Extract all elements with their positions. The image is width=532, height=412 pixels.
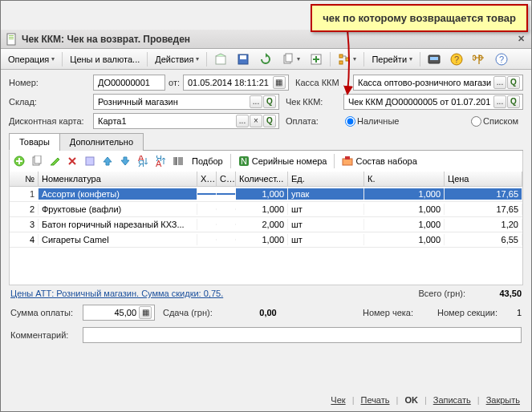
disc-card-field[interactable]: ...×Q bbox=[93, 113, 279, 129]
sum-label: Сумма оплаты: bbox=[10, 308, 83, 317]
table-row[interactable]: 1Ассорти (конфеты)1,000упак1,00017,65 bbox=[10, 187, 522, 202]
tb-terminal-icon[interactable] bbox=[424, 50, 445, 68]
svg-rect-21 bbox=[35, 156, 41, 164]
window-title: Чек ККМ: Чек на возврат. Проведен bbox=[22, 34, 514, 45]
actions-menu[interactable]: Действия bbox=[151, 50, 203, 68]
tb-save-icon[interactable] bbox=[233, 50, 254, 68]
col-u[interactable]: Ед. bbox=[288, 172, 364, 186]
comment-line: Комментарий: bbox=[9, 324, 523, 346]
svg-rect-30 bbox=[345, 156, 350, 160]
grid-body[interactable]: 1Ассорти (конфеты)1,000упак1,00017,652Фр… bbox=[10, 187, 522, 285]
set-content-button[interactable]: Состав набора bbox=[338, 153, 420, 169]
col-q[interactable]: Количест... bbox=[236, 172, 288, 186]
main-toolbar: Операция Цены и валюта... Действия Перей… bbox=[1, 49, 531, 70]
sum-field[interactable]: ▦ bbox=[83, 305, 155, 321]
totals-line: Цены АТТ: Розничный магазин. Сумма скидк… bbox=[9, 285, 523, 301]
calendar-button[interactable]: ▦ bbox=[273, 76, 286, 89]
col-nom[interactable]: Номенклатура bbox=[39, 172, 197, 186]
tb-help-icon[interactable]: ? bbox=[446, 50, 467, 68]
callout: чек по которому возвращается товар bbox=[311, 4, 528, 32]
barcode-icon[interactable] bbox=[170, 153, 186, 169]
close-action[interactable]: Закрыть bbox=[483, 394, 523, 406]
tb-basedon-icon[interactable] bbox=[306, 50, 327, 68]
serials-button[interactable]: NСерийные номера bbox=[234, 153, 331, 169]
select-goods-button[interactable]: Подбор bbox=[188, 153, 227, 169]
prices-button[interactable]: Цены и валюта... bbox=[66, 50, 144, 68]
tab-extra[interactable]: Дополнительно bbox=[59, 133, 144, 151]
total-label: Всего (грн): bbox=[419, 289, 466, 298]
titlebar: Чек ККМ: Чек на возврат. Проведен ✕ bbox=[1, 30, 531, 49]
cheque-action[interactable]: Чек bbox=[327, 394, 348, 406]
move-down-icon[interactable] bbox=[117, 153, 133, 169]
kassa-kkm-field[interactable]: ...Q bbox=[353, 75, 523, 91]
total-value: 43,50 bbox=[465, 289, 522, 298]
table-row[interactable]: 4Сигареты Camel1,000шт1,0006,55 bbox=[10, 232, 522, 248]
tab-goods[interactable]: Товары bbox=[9, 133, 60, 151]
tb-copy-icon[interactable] bbox=[278, 50, 304, 68]
col-k[interactable]: К. bbox=[364, 172, 445, 186]
close-button[interactable]: ✕ bbox=[514, 32, 528, 46]
tabs: Товары Дополнительно bbox=[9, 132, 523, 151]
date-field[interactable]: ▦ bbox=[183, 75, 289, 91]
tb-scale-icon[interactable] bbox=[469, 50, 489, 68]
number-field[interactable] bbox=[93, 75, 165, 91]
select-button[interactable]: ... bbox=[493, 76, 506, 89]
edit-row-icon[interactable] bbox=[47, 153, 63, 169]
operation-menu[interactable]: Операция bbox=[4, 50, 59, 68]
add-row-icon[interactable] bbox=[11, 153, 27, 169]
svg-rect-29 bbox=[343, 159, 352, 165]
svg-text:?: ? bbox=[499, 55, 504, 64]
sort-asc-icon[interactable]: АЯ bbox=[135, 153, 151, 169]
change-value: 0,00 bbox=[213, 308, 277, 317]
number-label: Номер: bbox=[9, 78, 93, 87]
chek-kkm-label: Чек ККМ: bbox=[286, 97, 343, 107]
sort-desc-icon[interactable]: ЯА bbox=[152, 153, 169, 169]
col-s[interactable]: С... bbox=[217, 172, 236, 186]
svg-rect-8 bbox=[286, 54, 292, 62]
tb-help2-icon[interactable]: ? bbox=[491, 50, 512, 68]
svg-rect-2 bbox=[9, 37, 14, 38]
copy-row-icon[interactable] bbox=[29, 153, 45, 169]
bottom-actions: Чек| Печать| OK| Записать| Закрыть bbox=[327, 394, 523, 406]
svg-rect-6 bbox=[240, 55, 246, 59]
delete-row-icon[interactable] bbox=[64, 153, 80, 169]
change-label: Сдача (грн): bbox=[163, 308, 213, 317]
svg-rect-3 bbox=[9, 38, 14, 39]
ok-action[interactable]: OK bbox=[401, 394, 421, 406]
grid-header: № Номенклатура Х... С... Количест... Ед.… bbox=[10, 172, 522, 187]
calc-button[interactable]: ▦ bbox=[139, 306, 152, 319]
print-action[interactable]: Печать bbox=[357, 394, 392, 406]
svg-rect-22 bbox=[86, 157, 94, 165]
payment-line: Сумма оплаты: ▦ Сдача (грн): 0,00 Номер … bbox=[9, 301, 523, 324]
save-action[interactable]: Записать bbox=[430, 394, 474, 406]
table-row[interactable]: 3Батон горчичный нарезаный КХЗ...2,000шт… bbox=[10, 217, 522, 232]
sklad-label: Склад: bbox=[9, 97, 93, 107]
svg-rect-14 bbox=[430, 57, 438, 60]
cheque-num-label: Номер чека: bbox=[363, 308, 413, 317]
section-num-value: 1 bbox=[497, 308, 522, 317]
comment-label: Комментарий: bbox=[10, 330, 83, 340]
svg-rect-4 bbox=[216, 56, 225, 64]
table-row[interactable]: 2Фруктовые (вафли)1,000шт1,00017,65 bbox=[10, 202, 522, 217]
open-button[interactable]: Q bbox=[507, 76, 520, 89]
oplata-cash-radio[interactable] bbox=[345, 116, 355, 127]
chek-kkm-field[interactable]: ...Q bbox=[343, 94, 523, 110]
sklad-field[interactable]: ...Q bbox=[93, 94, 279, 110]
col-p[interactable]: Цена bbox=[445, 172, 522, 186]
col-x[interactable]: Х... bbox=[197, 172, 217, 186]
prices-info-link[interactable]: Цены АТТ: Розничный магазин. Сумма скидк… bbox=[10, 289, 223, 298]
comment-field[interactable] bbox=[83, 327, 522, 343]
tb-post-icon[interactable] bbox=[210, 50, 231, 68]
settings-icon[interactable] bbox=[82, 153, 98, 169]
goto-menu[interactable]: Перейти bbox=[368, 50, 416, 68]
col-n[interactable]: № bbox=[10, 172, 39, 186]
tb-refresh-icon[interactable] bbox=[255, 50, 276, 68]
svg-text:N: N bbox=[241, 156, 247, 166]
move-up-icon[interactable] bbox=[99, 153, 116, 169]
svg-text:А: А bbox=[156, 159, 162, 167]
svg-text:?: ? bbox=[454, 55, 459, 64]
oplata-list-radio[interactable] bbox=[471, 116, 481, 127]
form-area: Номер: от: ▦ Касса ККМ ...Q Склад: ...Q … bbox=[1, 70, 531, 346]
goods-grid: № Номенклатура Х... С... Количест... Ед.… bbox=[9, 172, 523, 285]
from-label: от: bbox=[169, 78, 180, 87]
